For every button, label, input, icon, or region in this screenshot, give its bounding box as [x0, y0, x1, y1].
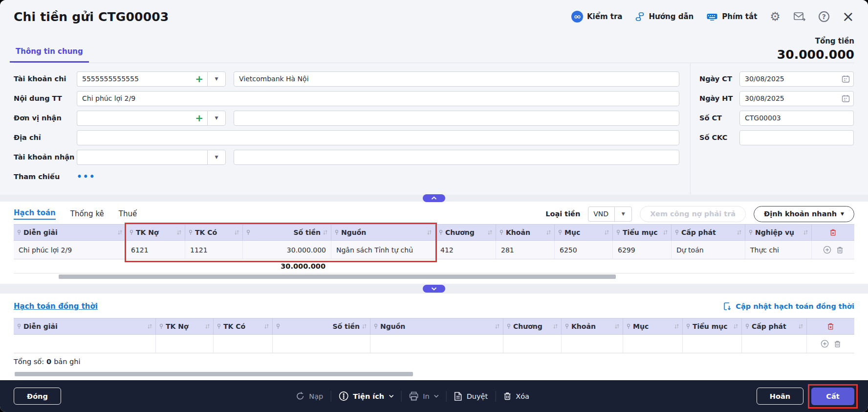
receiver-dropdown-icon[interactable]: ▼: [207, 111, 226, 126]
col-khoan[interactable]: Khoản: [562, 319, 623, 334]
postpone-button[interactable]: Hoãn: [757, 388, 803, 405]
tab-thong-ke[interactable]: Thống kê: [70, 209, 104, 218]
simultaneous-title-link[interactable]: Hạch toán đồng thời: [14, 302, 98, 311]
sort-icon: [147, 323, 152, 329]
sort-icon: [663, 229, 668, 235]
tab-hach-toan[interactable]: Hạch toán: [14, 208, 56, 220]
col-chuong[interactable]: Chương: [435, 225, 496, 240]
pin-icon: [686, 323, 691, 329]
col-dien-giai[interactable]: Diễn giải: [14, 319, 156, 334]
col-muc[interactable]: Mục: [555, 225, 613, 240]
delete-all-icon: [829, 229, 837, 236]
total-amount-block: Tổng tiền 30.000.000: [777, 37, 854, 63]
date-ct-input[interactable]: [739, 71, 854, 87]
col-tk-no[interactable]: TK Nợ: [126, 225, 185, 240]
reload-button[interactable]: Nạp: [295, 391, 323, 401]
receiver-name-input[interactable]: [234, 111, 679, 126]
col-nguon[interactable]: Nguồn: [370, 319, 503, 334]
pay-account-input[interactable]: [77, 71, 207, 87]
utilities-button[interactable]: Tiện ích: [338, 391, 393, 401]
collapse-down-button[interactable]: [423, 285, 445, 293]
reference-more-icon[interactable]: •••: [77, 172, 96, 182]
col-tieu-muc[interactable]: Tiểu mục: [683, 319, 742, 334]
close-icon[interactable]: ×: [842, 12, 854, 22]
sort-icon: [546, 229, 551, 235]
check-label: Kiểm tra: [587, 12, 622, 21]
delete-all-column[interactable]: [807, 319, 854, 334]
date-ht-input[interactable]: [739, 91, 854, 106]
tab-thong-tin-chung[interactable]: Thông tin chung: [10, 47, 89, 63]
payment-content-input[interactable]: [77, 91, 679, 106]
doc-no-input[interactable]: [739, 111, 854, 126]
delete-row-icon[interactable]: [836, 246, 844, 254]
pin-icon: [246, 229, 251, 235]
accounting-hscroll-thumb[interactable]: [59, 275, 616, 279]
pin-icon: [626, 323, 631, 329]
col-chuong[interactable]: Chương: [503, 319, 562, 334]
simultaneous-empty-row[interactable]: [14, 335, 854, 353]
pin-icon: [438, 229, 443, 235]
col-tieu-muc[interactable]: Tiểu mục: [613, 225, 672, 240]
col-cap-phat[interactable]: Cấp phát: [672, 225, 745, 240]
col-tk-no[interactable]: TK Nợ: [156, 319, 214, 334]
receiver-input[interactable]: [77, 111, 207, 126]
accounting-row[interactable]: Chi phúc lợi 2/9 6121 1121 30.000.000 Ng…: [14, 241, 854, 259]
divider: [446, 391, 447, 402]
col-dien-giai[interactable]: Diễn giải: [14, 225, 126, 240]
col-nghiep-vu[interactable]: Nghiệp vụ: [745, 225, 812, 240]
pin-icon: [558, 229, 563, 235]
simultaneous-section: Hạch toán đồng thời Cập nhật hạch toán đ…: [0, 294, 868, 380]
col-so-tien[interactable]: Số tiền: [243, 225, 331, 240]
add-row-icon[interactable]: [821, 340, 829, 348]
address-input[interactable]: [77, 130, 679, 145]
utilities-label: Tiện ích: [353, 392, 384, 400]
col-so-tien[interactable]: Số tiền: [273, 319, 370, 334]
bank-name-input[interactable]: [234, 71, 679, 87]
settings-gear-icon[interactable]: ⚙: [770, 10, 781, 23]
pay-account-dropdown-icon[interactable]: ▼: [207, 71, 226, 87]
save-button[interactable]: Cất: [811, 388, 854, 405]
receive-account-input[interactable]: [77, 150, 207, 165]
col-khoan[interactable]: Khoản: [496, 225, 555, 240]
shortcut-button[interactable]: Phím tắt: [706, 12, 757, 22]
delete-button[interactable]: Xóa: [503, 391, 529, 401]
sort-icon: [323, 229, 328, 235]
simultaneous-hscroll-thumb[interactable]: [15, 372, 413, 376]
sort-icon: [733, 323, 738, 329]
delete-row-icon[interactable]: [834, 340, 841, 348]
quick-entry-button[interactable]: Định khoản nhanh ▼: [754, 206, 854, 222]
col-tk-co[interactable]: TK Có: [185, 225, 243, 240]
pin-icon: [17, 323, 22, 329]
view-debt-button[interactable]: Xem công nợ phải trả: [640, 206, 746, 222]
receive-bank-input[interactable]: [234, 150, 679, 165]
add-row-icon[interactable]: [823, 246, 831, 254]
guide-button[interactable]: Hướng dẫn: [635, 12, 694, 22]
send-mail-icon[interactable]: [793, 11, 806, 22]
col-cap-phat[interactable]: Cấp phát: [742, 319, 807, 334]
receive-account-dropdown-icon[interactable]: ▼: [207, 150, 226, 165]
pin-icon: [276, 323, 281, 329]
currency-select[interactable]: VND ▼: [588, 206, 632, 222]
pin-icon: [334, 229, 339, 235]
calendar-icon[interactable]: [842, 75, 850, 83]
approve-button[interactable]: Duyệt: [454, 391, 488, 401]
update-simultaneous-link[interactable]: Cập nhật hạch toán đồng thời: [723, 302, 854, 311]
col-nguon[interactable]: Nguồn: [331, 225, 435, 240]
help-icon[interactable]: ?: [819, 11, 829, 22]
sum-row: 30.000.000: [14, 260, 854, 272]
guide-label: Hướng dẫn: [649, 12, 694, 21]
ckc-input[interactable]: [739, 130, 854, 145]
col-tk-co[interactable]: TK Có: [214, 319, 273, 334]
print-button[interactable]: In: [409, 391, 438, 401]
check-button[interactable]: Kiểm tra: [571, 11, 622, 23]
col-muc[interactable]: Mục: [623, 319, 683, 334]
total-amount-label: Tổng tiền: [777, 37, 854, 46]
footer-toolbar: Đóng Nạp Tiện ích In Duyệt: [0, 380, 868, 412]
quick-entry-label: Định khoản nhanh: [764, 210, 837, 218]
close-button[interactable]: Đóng: [14, 388, 61, 405]
tab-thue[interactable]: Thuế: [119, 209, 137, 218]
delete-all-column[interactable]: [812, 225, 854, 240]
calendar-icon[interactable]: [842, 94, 850, 103]
top-section: Chi tiền gửi CTG00003 Kiểm tra Hướng dẫn: [0, 0, 868, 195]
collapse-up-button[interactable]: [423, 194, 445, 202]
